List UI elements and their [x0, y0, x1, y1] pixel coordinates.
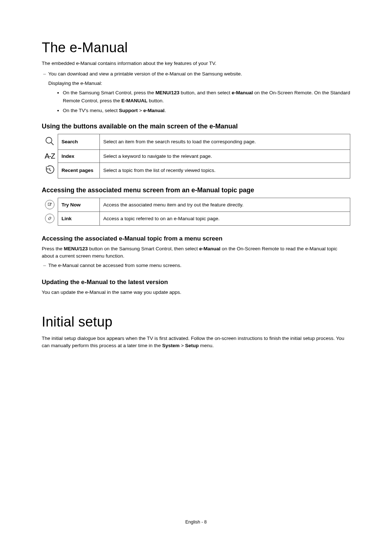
heading-initial-setup: Initial setup	[42, 314, 350, 330]
btn-emanual-2: e-Manual	[199, 246, 221, 251]
note-cannot-access-text: The e-Manual cannot be accessed from som…	[48, 263, 181, 268]
heading-e-manual: The e-Manual	[42, 40, 350, 56]
bullet-tv-menu: On the TV's menu, select Support > e-Man…	[63, 107, 350, 115]
note-download: You can download and view a printable ve…	[42, 70, 350, 78]
btn-menu123: MENU/123	[155, 90, 179, 95]
link-icon	[42, 212, 58, 225]
btn-emanual: e-Manual	[232, 90, 253, 95]
trynow-icon	[42, 198, 58, 212]
table-main-buttons: Search Select an item from the search re…	[42, 134, 350, 178]
subheading-updating: Updating the e-Manual to the latest vers…	[42, 279, 350, 286]
search-icon	[42, 134, 58, 149]
para-press-menu123: Press the MENU/123 button on the Samsung…	[42, 245, 350, 260]
para-updating: You can update the e-Manual in the same …	[42, 289, 350, 296]
table-row: Link Access a topic referred to on an e-…	[42, 212, 350, 225]
svg-line-1	[51, 143, 53, 145]
label-index: Index	[58, 149, 99, 163]
document-page: The e-Manual The embedded e-Manual conta…	[0, 0, 392, 542]
desc-trynow: Access the associated menu item and try …	[99, 198, 350, 212]
para-initial-setup: The initial setup dialogue box appears w…	[42, 335, 350, 350]
label-search: Search	[58, 134, 99, 149]
intro-text: The embedded e-Manual contains informati…	[42, 61, 350, 66]
subheading-associated-menu: Accessing the associated menu screen fro…	[42, 186, 350, 194]
menu-system: System	[162, 343, 180, 348]
menu-setup: Setup	[185, 343, 199, 348]
note-download-text: You can download and view a printable ve…	[48, 71, 242, 77]
desc-recent: Select a topic from the list of recently…	[99, 163, 350, 178]
desc-search: Select an item from the search results t…	[99, 134, 350, 149]
displaying-bullets: On the Samsung Smart Control, press the …	[63, 89, 350, 115]
table-topic-buttons: Try Now Access the associated menu item …	[42, 198, 350, 226]
bullet-smart-control: On the Samsung Smart Control, press the …	[63, 89, 350, 104]
subheading-buttons-main: Using the buttons available on the main …	[42, 123, 350, 130]
table-row: A-Z Index Select a keyword to navigate t…	[42, 149, 350, 163]
label-recent: Recent pages	[58, 163, 99, 178]
table-row: Try Now Access the associated menu item …	[42, 198, 350, 212]
page-footer: English - 8	[0, 520, 392, 525]
az-icon: A-Z	[42, 149, 58, 163]
label-trynow: Try Now	[58, 198, 99, 212]
label-link: Link	[58, 212, 99, 225]
table-row: Recent pages Select a topic from the lis…	[42, 163, 350, 178]
svg-line-3	[50, 171, 51, 171]
btn-menu123-2: MENU/123	[64, 246, 88, 251]
desc-link: Access a topic referred to on an e-Manua…	[99, 212, 350, 225]
note-cannot-access: The e-Manual cannot be accessed from som…	[42, 262, 350, 269]
desc-index: Select a keyword to navigate to the rele…	[99, 149, 350, 163]
displaying-label: Displaying the e-Manual:	[48, 80, 350, 87]
subheading-associated-topic: Accessing the associated e-Manual topic …	[42, 235, 350, 242]
svg-point-0	[46, 137, 52, 143]
table-row: Search Select an item from the search re…	[42, 134, 350, 149]
menu-emanual: e-Manual	[143, 108, 165, 113]
btn-emanual-caps: E-MANUAL	[121, 98, 147, 103]
menu-support: Support	[119, 108, 138, 113]
recent-icon	[42, 163, 58, 178]
